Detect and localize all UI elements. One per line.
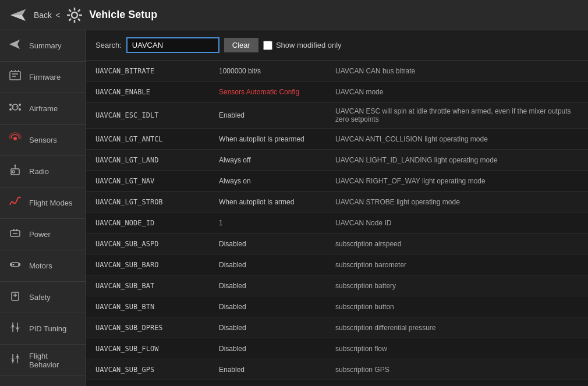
param-value[interactable]: Enabled [214, 107, 331, 124]
param-value[interactable]: Disabled [214, 277, 331, 295]
svg-rect-33 [13, 229, 15, 231]
param-desc: UAVCAN LIGHT_ID_LANDING light operating … [331, 151, 588, 169]
param-value[interactable]: Always on [214, 172, 331, 190]
table-row[interactable]: UAVCAN_SUB_BARODisabledsubscription baro… [86, 254, 588, 275]
param-name: UAVCAN_LGT_NAV [86, 172, 214, 190]
table-row[interactable]: UAVCAN_SUB_ASPDDisabledsubscription airs… [86, 233, 588, 254]
search-input[interactable] [126, 37, 219, 53]
param-table: UAVCAN_BITRATE1000000 bit/sUAVCAN CAN bu… [86, 61, 588, 386]
sidebar-item-summary[interactable]: Summary [0, 30, 86, 62]
param-desc: subscription flow [331, 340, 588, 357]
table-row[interactable]: UAVCAN_LGT_LANDAlways offUAVCAN LIGHT_ID… [86, 150, 588, 171]
table-row[interactable]: UAVCAN_SUB_GPSEnabledsubscription GPS [86, 359, 588, 380]
sidebar-item-flight-behavior[interactable]: Flight Behavior [0, 345, 86, 376]
sidebar-item-firmware[interactable]: Firmware [0, 62, 86, 93]
param-desc: UAVCAN CAN bus bitrate [331, 62, 588, 80]
param-desc: subscription hygrometer [331, 382, 588, 387]
sidebar-item-safety[interactable]: Safety [0, 282, 86, 313]
param-name: UAVCAN_SUB_GPS [86, 361, 214, 378]
sidebar-label-sensors: Sensors [29, 136, 57, 144]
sensors-icon [7, 132, 23, 148]
svg-point-15 [11, 70, 12, 71]
svg-point-2 [72, 12, 77, 18]
param-name: UAVCAN_ESC_IDLT [86, 107, 214, 124]
table-row[interactable]: UAVCAN_SUB_DPRESDisabledsubscription dif… [86, 317, 588, 338]
flight-behavior-icon [7, 352, 23, 369]
svg-line-10 [69, 19, 72, 21]
param-name: UAVCAN_LGT_STROB [86, 193, 214, 211]
param-name: UAVCAN_BITRATE [86, 62, 214, 80]
param-value[interactable]: Disabled [214, 298, 331, 316]
sidebar-item-sensors[interactable]: Sensors [0, 125, 86, 156]
sidebar-item-power[interactable]: Power [0, 219, 86, 250]
svg-point-18 [12, 104, 18, 110]
svg-point-52 [16, 356, 19, 358]
sidebar-item-airframe[interactable]: Airframe [0, 93, 86, 125]
param-name: UAVCAN_LGT_LAND [86, 151, 214, 169]
svg-point-20 [19, 104, 21, 106]
gear-icon [66, 6, 83, 24]
table-row[interactable]: UAVCAN_LGT_ANTCLWhen autopilot is prearm… [86, 129, 588, 150]
svg-point-37 [13, 264, 15, 265]
sidebar-item-radio[interactable]: Radio [0, 156, 86, 187]
param-value[interactable]: Disabled [214, 340, 331, 357]
svg-point-17 [18, 70, 19, 71]
pid-icon [7, 320, 23, 337]
sidebar-label-power: Power [29, 230, 51, 239]
sidebar-label-radio: Radio [29, 167, 49, 176]
sidebar-item-motors[interactable]: Motors [0, 250, 86, 282]
sidebar: Summary Firmware [0, 30, 86, 386]
table-row[interactable]: UAVCAN_NODE_ID1UAVCAN Node ID [86, 213, 588, 233]
show-modified-checkbox[interactable] [263, 41, 272, 50]
svg-rect-12 [10, 72, 20, 80]
table-row[interactable]: UAVCAN_LGT_STROBWhen autopilot is armedU… [86, 192, 588, 213]
param-value[interactable]: When autopilot is prearmed [214, 130, 331, 148]
page-title: Vehicle Setup [89, 9, 157, 21]
svg-point-30 [15, 165, 16, 167]
sidebar-item-pid-tuning[interactable]: PID Tuning [0, 313, 86, 345]
param-value[interactable]: When autopilot is armed [214, 193, 331, 211]
flight-modes-icon [7, 194, 23, 211]
table-row[interactable]: UAVCAN_SUB_FLOWDisabledsubscription flow [86, 338, 588, 359]
param-value[interactable]: Sensors Automatic Config [214, 83, 331, 101]
sidebar-label-pid-tuning: PID Tuning [29, 324, 66, 333]
table-row[interactable]: UAVCAN_SUB_BATDisabledsubscription batte… [86, 275, 588, 296]
svg-line-8 [78, 19, 80, 21]
param-value[interactable]: Disabled [214, 319, 331, 337]
svg-line-9 [78, 9, 80, 12]
svg-marker-11 [9, 40, 20, 49]
summary-icon [7, 37, 23, 54]
table-row[interactable]: UAVCAN_SUB_HYGRODisabledsubscription hyg… [86, 380, 588, 386]
param-value[interactable]: Enabled [214, 361, 331, 378]
clear-button[interactable]: Clear [224, 38, 258, 52]
param-desc: subscription battery [331, 277, 588, 295]
param-value[interactable]: 1000000 bit/s [214, 62, 331, 80]
param-name: UAVCAN_SUB_BTN [86, 298, 214, 316]
param-value[interactable]: Disabled [214, 235, 331, 253]
back-button[interactable]: Back < [34, 10, 60, 20]
param-value[interactable]: Disabled [214, 382, 331, 387]
param-name: UAVCAN_SUB_DPRES [86, 319, 214, 337]
table-row[interactable]: UAVCAN_ESC_IDLTEnabledUAVCAN ESC will sp… [86, 102, 588, 129]
sidebar-label-airframe: Airframe [29, 104, 58, 113]
main-layout: Summary Firmware [0, 30, 588, 386]
sidebar-label-firmware: Firmware [29, 73, 61, 82]
sidebar-label-flight-behavior: Flight Behavior [29, 352, 79, 369]
table-row[interactable]: UAVCAN_LGT_NAVAlways onUAVCAN RIGHT_OF_W… [86, 171, 588, 192]
param-value[interactable]: 1 [214, 214, 331, 232]
sidebar-label-motors: Motors [29, 261, 52, 270]
param-desc: subscription airspeed [331, 235, 588, 253]
param-value[interactable]: Always off [214, 151, 331, 169]
param-value[interactable]: Disabled [214, 256, 331, 274]
sidebar-item-flight-modes[interactable]: Flight Modes [0, 187, 86, 219]
table-row[interactable]: UAVCAN_BITRATE1000000 bit/sUAVCAN CAN bu… [86, 61, 588, 82]
table-row[interactable]: UAVCAN_ENABLESensors Automatic ConfigUAV… [86, 82, 588, 102]
param-name: UAVCAN_SUB_BARO [86, 256, 214, 274]
table-row[interactable]: UAVCAN_SUB_BTNDisabledsubscription butto… [86, 296, 588, 317]
svg-point-46 [12, 325, 14, 327]
header: Back < Vehicle Setup [0, 0, 588, 30]
param-name: UAVCAN_NODE_ID [86, 214, 214, 232]
svg-rect-39 [10, 263, 12, 266]
param-name: UAVCAN_SUB_BAT [86, 277, 214, 295]
param-desc: subscription GPS [331, 361, 588, 378]
